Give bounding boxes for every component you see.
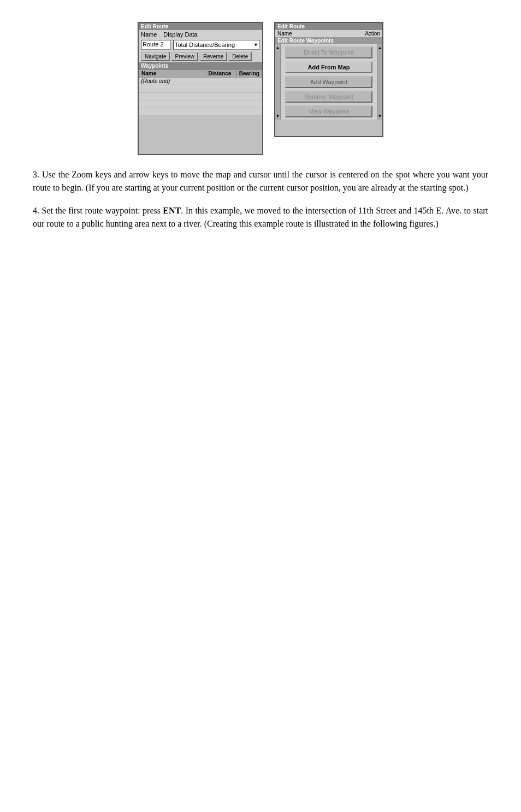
name-label: Name: [141, 31, 157, 38]
name-display-row: Name Display Data: [139, 30, 262, 39]
para4-bold-text: ENT: [163, 206, 181, 215]
waypoints-table: Name Distance Bearing (Route end): [139, 69, 262, 116]
route-name-row: Route 2 Total Distance/Bearing ▼: [139, 39, 262, 51]
right-panel-bottom-space: [275, 120, 382, 136]
scroll-down-icon: ▼: [276, 114, 280, 118]
action-buttons-row: Navigate Preview Reverse Delete: [139, 51, 262, 62]
figure-container: Edit Route Name Display Data Route 2 Tot…: [33, 22, 488, 155]
table-row-empty-3: [139, 100, 262, 108]
para4-text-before-bold: Set the first route waypoint: press: [42, 206, 163, 215]
edit-route-panel: Edit Route Name Display Data Route 2 Tot…: [138, 22, 263, 155]
navigate-button[interactable]: Navigate: [141, 52, 170, 61]
waypoint-action-buttons: Direct To Waypoint Add From Map Add Wayp…: [281, 44, 377, 120]
add-from-map-button[interactable]: Add From Map: [285, 61, 372, 73]
paragraph-3: 3. Use the Zoom keys and arrow keys to m…: [33, 168, 488, 194]
display-data-label: Display Data: [163, 31, 197, 38]
edit-route-waypoints-panel: Edit Route Name Action Edit Route Waypoi…: [274, 22, 383, 137]
para3-text: Use the Zoom keys and arrow keys to move…: [33, 170, 488, 192]
scroll-right-up-icon: ▲: [378, 45, 382, 50]
para3-number: 3.: [33, 170, 39, 179]
direct-to-waypoint-button[interactable]: Direct To Waypoint: [285, 46, 372, 58]
view-waypoint-button[interactable]: View Waypoint: [285, 105, 372, 117]
remove-waypoint-button[interactable]: Remove Waypoint: [285, 91, 372, 103]
edit-route-waypoints-subtitle: Edit Route Waypoints: [275, 37, 382, 44]
para4-number: 4.: [33, 206, 39, 215]
edit-route-title: Edit Route: [139, 23, 262, 30]
route-end-cell: (Route end): [139, 78, 206, 85]
table-row-empty-1: [139, 85, 262, 93]
table-row-empty-2: [139, 93, 262, 100]
scroll-bar-left: ▲ ▼: [275, 44, 281, 120]
route-name-input[interactable]: Route 2: [141, 40, 171, 50]
table-row-route-end: (Route end): [139, 78, 262, 85]
waypoints-panel-main-title: Edit Route: [275, 23, 382, 30]
select-arrow-icon: ▼: [253, 42, 258, 48]
table-row-empty-4: [139, 108, 262, 116]
preview-button[interactable]: Preview: [171, 52, 198, 61]
scroll-right-down-icon: ▼: [378, 114, 382, 118]
add-waypoint-button[interactable]: Add Waypoint: [285, 76, 372, 88]
route-end-bearing: [236, 78, 262, 85]
col-header-distance: Distance: [206, 70, 236, 78]
delete-button[interactable]: Delete: [228, 52, 252, 61]
right-name-label: Name: [277, 31, 292, 37]
reverse-button[interactable]: Reverse: [199, 52, 227, 61]
scroll-up-icon: ▲: [276, 45, 280, 50]
right-action-label: Action: [365, 31, 380, 37]
left-panel-bottom-space: [139, 116, 262, 154]
name-action-row: Name Action: [275, 30, 382, 37]
scroll-bar-right: ▲ ▼: [377, 44, 382, 120]
paragraph-4: 4. Set the first route waypoint: press E…: [33, 204, 488, 230]
display-select[interactable]: Total Distance/Bearing ▼: [173, 40, 260, 50]
route-end-distance: [206, 78, 236, 85]
col-header-bearing: Bearing: [236, 70, 262, 78]
col-header-name: Name: [139, 70, 206, 78]
waypoints-buttons-area: ▲ ▼ Direct To Waypoint Add From Map Add …: [275, 44, 382, 120]
waypoints-section-header: Waypoints: [139, 62, 262, 69]
